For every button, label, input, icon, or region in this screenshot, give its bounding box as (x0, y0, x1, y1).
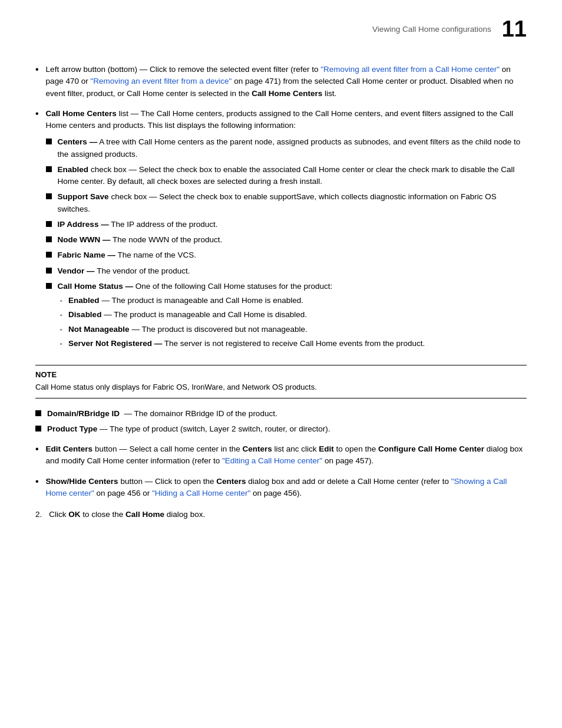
list-item: 2. Click OK to close the Call Home dialo… (35, 510, 527, 519)
list-item: • Show/Hide Centers button — Click to op… (35, 476, 527, 500)
list-item: - Server Not Registered — The server is … (58, 338, 527, 350)
sub-bullet (46, 139, 52, 144)
sub-content: Vendor — The vendor of the product. (58, 265, 527, 277)
sub-content: Support Save check box — Select the chec… (58, 191, 527, 215)
list-item: Enabled check box — Select the check box… (46, 164, 527, 188)
list-item: Support Save check box — Select the chec… (46, 191, 527, 215)
bullet-dot: • (35, 108, 39, 119)
list-item: • Edit Centers button — Select a call ho… (35, 443, 527, 467)
page: Viewing Call Home configurations 11 • Le… (0, 0, 562, 728)
sub-content: Domain/RBridge ID — The domainor RBridge… (47, 408, 527, 420)
link-editing-call-home[interactable]: "Editing a Call Home center" (222, 456, 322, 465)
list-item: Domain/RBridge ID — The domainor RBridge… (35, 408, 527, 420)
sub-bullet (46, 252, 52, 258)
bullet-content: Call Home Centers list — The Call Home c… (46, 108, 527, 355)
sub-content: Fabric Name — The name of the VCS. (58, 249, 527, 261)
dash-content: Server Not Registered — The server is no… (68, 338, 527, 350)
sub-bullet (46, 193, 52, 199)
list-item: - Disabled — The product is manageable a… (58, 309, 527, 321)
sub-content: Enabled check box — Select the check box… (58, 164, 527, 188)
dash: - (60, 324, 63, 335)
sub-content: Centers — A tree with Call Home centers … (58, 136, 527, 160)
sub-content: Call Home Status — One of the following … (58, 281, 527, 352)
sub-bullet (46, 268, 52, 274)
sub-content: Node WWN — The node WWN of the product. (58, 234, 527, 246)
sub-bullet (46, 283, 52, 289)
sub-bullet (46, 166, 52, 172)
bullet-dot: • (35, 476, 39, 487)
header-title: Viewing Call Home configurations (372, 25, 491, 34)
list-item: - Not Manageable — The product is discov… (58, 324, 527, 335)
content: • Left arrow button (bottom) — Click to … (35, 58, 527, 519)
list-item: Vendor — The vendor of the product. (46, 265, 527, 277)
list-item: Product Type — The type of product (swit… (35, 423, 527, 435)
page-header: Viewing Call Home configurations 11 (35, 18, 527, 40)
dash: - (60, 309, 63, 321)
list-item: Centers — A tree with Call Home centers … (46, 136, 527, 160)
second-bullet-list: • Edit Centers button — Select a call ho… (35, 443, 527, 499)
bullet-content: Show/Hide Centers button — Click to open… (46, 476, 527, 500)
list-item: • Left arrow button (bottom) — Click to … (35, 64, 527, 100)
sub-content: IP Address — The IP address of the produ… (58, 219, 527, 230)
list-item: Node WWN — The node WWN of the product. (46, 234, 527, 246)
bullet-content: Left arrow button (bottom) — Click to re… (46, 64, 527, 100)
list-item: IP Address — The IP address of the produ… (46, 219, 527, 230)
note-text: Call Home status only displays for Fabri… (35, 381, 527, 393)
link-hiding-call-home[interactable]: "Hiding a Call Home center" (152, 489, 250, 498)
link-removing-event[interactable]: "Removing an event filter from a device" (90, 77, 232, 85)
sub-bullet (46, 236, 52, 242)
step-content: Click OK to close the Call Home dialog b… (49, 510, 205, 519)
list-item: • Call Home Centers list — The Call Home… (35, 108, 527, 355)
dash: - (60, 338, 63, 350)
note-box: NOTE Call Home status only displays for … (35, 365, 527, 398)
after-note-sub-list: Domain/RBridge ID — The domainor RBridge… (35, 408, 527, 436)
link-removing-all[interactable]: "Removing all event filter from a Call H… (320, 65, 500, 74)
step-number: 2. (35, 510, 42, 519)
bullet-content: Edit Centers button — Select a call home… (46, 443, 527, 467)
sub-list: Centers — A tree with Call Home centers … (46, 136, 527, 352)
bullet-dot: • (35, 64, 39, 75)
list-item: - Enabled — The product is manageable an… (58, 295, 527, 307)
numbered-list: 2. Click OK to close the Call Home dialo… (35, 510, 527, 519)
page-number: 11 (502, 18, 527, 40)
list-item: Call Home Status — One of the following … (46, 281, 527, 352)
dash: - (60, 295, 63, 307)
main-bullet-list: • Left arrow button (bottom) — Click to … (35, 64, 527, 355)
sub-sub-list: - Enabled — The product is manageable an… (58, 295, 527, 350)
sub-bullet (46, 221, 52, 227)
sub-bullet (35, 426, 41, 431)
sub-bullet (35, 410, 41, 416)
dash-content: Enabled — The product is manageable and … (68, 295, 527, 307)
bullet-dot: • (35, 444, 39, 454)
dash-content: Disabled — The product is manageable and… (68, 309, 527, 321)
note-label: NOTE (35, 370, 527, 379)
dash-content: Not Manageable — The product is discover… (68, 324, 527, 335)
sub-content: Product Type — The type of product (swit… (47, 423, 527, 435)
list-item: Fabric Name — The name of the VCS. (46, 249, 527, 261)
